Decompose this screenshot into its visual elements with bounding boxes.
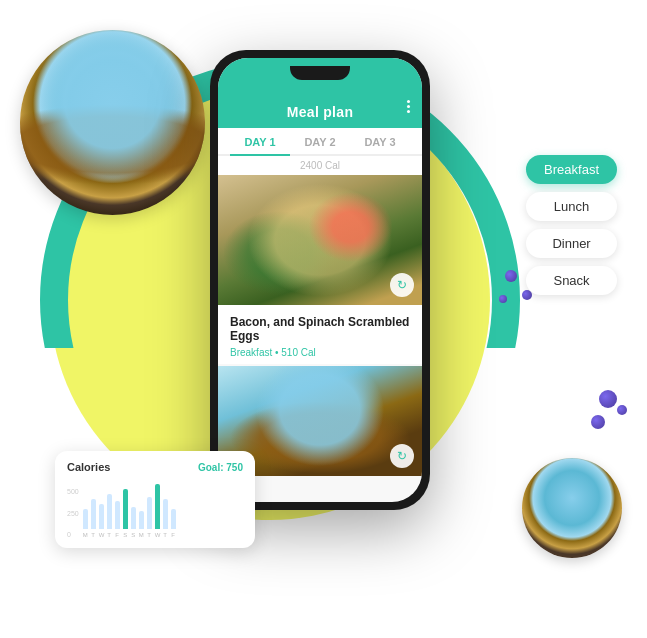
phone-screen: Meal plan DAY 1 DAY 2 DAY 3 2400 Cal ↻ B… [218, 58, 422, 502]
chart-goal: Goal: 750 [198, 462, 243, 473]
food-meta: Breakfast • 510 Cal [230, 347, 410, 358]
chart-bar-5 [123, 489, 128, 529]
berry-decoration-1 [505, 270, 517, 282]
meal-btn-lunch[interactable]: Lunch [526, 192, 617, 221]
chart-day-label-7: M [139, 532, 144, 538]
calorie-total: 2400 Cal [218, 156, 422, 175]
bowl-image-top-left [20, 30, 205, 215]
chart-day-label-5: S [123, 532, 128, 538]
app-title: Meal plan [287, 104, 354, 120]
chart-bar-11 [171, 509, 176, 529]
chart-y-axis: 500 250 0 [67, 488, 79, 538]
chart-bar-3 [107, 494, 112, 529]
chart-bars-area: MTWTFSSMTWTF [83, 479, 243, 538]
bowl-image-bottom-right [522, 458, 622, 558]
chart-body: 500 250 0 MTWTFSSMTWTF [67, 479, 243, 538]
food-name: Bacon, and Spinach Scrambled Eggs [230, 315, 410, 343]
chart-day-label-9: W [155, 532, 160, 538]
berry-decoration-5 [591, 415, 605, 429]
chart-day-labels: MTWTFSSMTWTF [83, 532, 243, 538]
berry-decoration-6 [617, 405, 627, 415]
chart-day-label-2: W [99, 532, 104, 538]
meal-btn-snack[interactable]: Snack [526, 266, 617, 295]
food-card-eggs: Bacon, and Spinach Scrambled Eggs Breakf… [218, 305, 422, 364]
day-tabs: DAY 1 DAY 2 DAY 3 [218, 128, 422, 156]
chart-bars [83, 479, 243, 529]
chart-bar-8 [147, 497, 152, 529]
phone-mockup: Meal plan DAY 1 DAY 2 DAY 3 2400 Cal ↻ B… [210, 50, 430, 510]
tab-day-3[interactable]: DAY 3 [350, 136, 410, 156]
chart-bar-6 [131, 507, 136, 529]
chart-day-label-6: S [131, 532, 136, 538]
chart-day-label-3: T [107, 532, 112, 538]
berry-decoration-4 [599, 390, 617, 408]
chart-bar-2 [99, 504, 104, 529]
chart-day-label-8: T [147, 532, 152, 538]
refresh-icon-bowl[interactable]: ↻ [390, 444, 414, 468]
chart-header: Calories Goal: 750 [67, 461, 243, 473]
chart-bar-7 [139, 511, 144, 529]
calories-chart-card: Calories Goal: 750 500 250 0 MTWTFSSMTWT… [55, 451, 255, 548]
phone-notch [290, 66, 350, 80]
chart-day-label-11: F [171, 532, 176, 538]
chart-day-label-4: F [115, 532, 120, 538]
chart-bar-9 [155, 484, 160, 529]
tab-day-2[interactable]: DAY 2 [290, 136, 350, 156]
chart-bar-1 [91, 499, 96, 529]
food-image-eggs: ↻ [218, 175, 422, 305]
chart-bar-4 [115, 501, 120, 529]
chart-day-label-0: M [83, 532, 88, 538]
chart-day-label-1: T [91, 532, 96, 538]
tab-day-1[interactable]: DAY 1 [230, 136, 290, 156]
refresh-icon-eggs[interactable]: ↻ [390, 273, 414, 297]
chart-bar-0 [83, 509, 88, 529]
berry-decoration-3 [499, 295, 507, 303]
meal-btn-breakfast[interactable]: Breakfast [526, 155, 617, 184]
more-options-icon[interactable] [407, 100, 410, 113]
chart-title: Calories [67, 461, 110, 473]
chart-bar-10 [163, 499, 168, 529]
meal-type-buttons: Breakfast Lunch Dinner Snack [526, 155, 617, 295]
chart-day-label-10: T [163, 532, 168, 538]
chart-goal-value: 750 [226, 462, 243, 473]
meal-btn-dinner[interactable]: Dinner [526, 229, 617, 258]
